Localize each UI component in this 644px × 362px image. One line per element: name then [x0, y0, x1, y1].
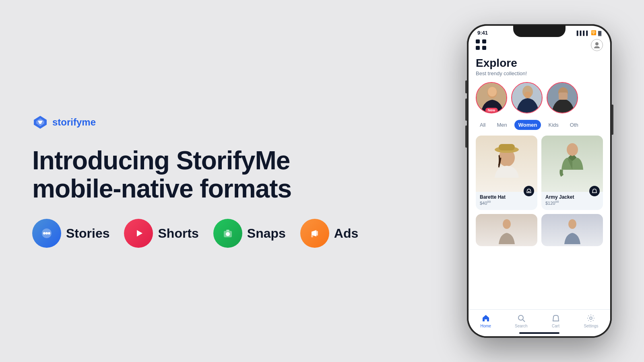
- tab-other[interactable]: Oth: [566, 120, 582, 130]
- svg-point-29: [503, 219, 511, 229]
- phone-frame: 9:41 ▌▌▌▌ 🛜 ▓: [467, 24, 612, 338]
- format-ads: Ads: [300, 219, 358, 248]
- nav-cart-label: Cart: [552, 324, 559, 328]
- stories-icon: [32, 219, 61, 248]
- svg-point-5: [45, 232, 48, 234]
- svg-point-31: [518, 315, 523, 320]
- nav-cart[interactable]: Cart: [551, 314, 560, 328]
- nav-search-label: Search: [515, 324, 528, 328]
- product-card-jacket[interactable]: Army Jacket $12000: [541, 136, 603, 210]
- tab-women[interactable]: Women: [514, 120, 541, 130]
- grid-menu-icon[interactable]: [476, 39, 487, 51]
- story-circle-1[interactable]: New: [476, 82, 507, 113]
- home-indicator: [519, 332, 559, 334]
- svg-line-32: [523, 320, 525, 322]
- svg-point-9: [226, 232, 230, 236]
- product-card-partial-2[interactable]: [541, 214, 603, 246]
- phone-wrapper: 9:41 ▌▌▌▌ 🛜 ▓: [467, 24, 612, 338]
- signal-icon: ▌▌▌▌: [577, 31, 589, 35]
- format-shorts: Shorts: [124, 219, 198, 248]
- ads-label: Ads: [334, 226, 358, 241]
- logo-icon: [32, 114, 48, 130]
- add-to-cart-hat[interactable]: [524, 186, 534, 196]
- logo-text: storifyme: [52, 117, 96, 128]
- svg-rect-25: [499, 144, 515, 150]
- shorts-label: Shorts: [158, 226, 198, 241]
- snaps-icon: [213, 219, 242, 248]
- profile-button[interactable]: [591, 39, 603, 51]
- product-card-hat[interactable]: Barette Hat $4000: [476, 136, 537, 210]
- nav-settings-label: Settings: [584, 324, 598, 328]
- product-hat-price: $4000: [480, 200, 533, 206]
- svg-point-17: [488, 87, 497, 97]
- stories-row: New: [476, 82, 603, 113]
- nav-home-label: Home: [480, 324, 491, 328]
- format-stories: Stories: [32, 219, 109, 248]
- category-tabs: All Men Women Kids Oth: [476, 120, 603, 130]
- wifi-icon: 🛜: [591, 30, 597, 35]
- app-header: [476, 39, 603, 51]
- svg-point-6: [48, 232, 50, 234]
- svg-rect-10: [226, 230, 229, 231]
- status-time: 9:41: [477, 30, 488, 36]
- logo: storifyme: [32, 114, 419, 130]
- ads-icon: [300, 219, 329, 248]
- product-card-partial-1[interactable]: [476, 214, 537, 246]
- shorts-icon: [124, 219, 153, 248]
- nav-home[interactable]: Home: [480, 314, 491, 328]
- product-grid: Barette Hat $4000: [476, 136, 603, 246]
- svg-rect-12: [316, 231, 318, 236]
- add-to-cart-jacket[interactable]: [589, 186, 600, 196]
- stories-label: Stories: [66, 226, 109, 241]
- tab-all[interactable]: All: [476, 120, 489, 130]
- product-jacket-price: $12000: [545, 200, 599, 206]
- svg-rect-13: [311, 235, 313, 237]
- tab-men[interactable]: Men: [493, 120, 511, 130]
- formats-row: Stories Shorts Snaps Ads: [32, 219, 419, 248]
- svg-point-14: [595, 42, 599, 45]
- story-circle-3[interactable]: [547, 82, 578, 113]
- svg-point-28: [567, 143, 578, 156]
- story-new-badge: New: [485, 108, 498, 113]
- product-jacket-image: [541, 136, 603, 192]
- phone-side-btn-power: [612, 105, 613, 135]
- svg-point-30: [568, 219, 576, 229]
- story-circle-2[interactable]: [511, 82, 543, 113]
- tab-kids[interactable]: Kids: [544, 120, 562, 130]
- svg-point-33: [590, 317, 592, 319]
- snaps-label: Snaps: [247, 226, 286, 241]
- status-icons: ▌▌▌▌ 🛜 ▓: [577, 30, 601, 35]
- explore-subtitle: Best trendy collection!: [476, 70, 603, 76]
- svg-marker-7: [137, 230, 142, 237]
- phone-notch: [513, 26, 566, 37]
- right-section: 9:41 ▌▌▌▌ 🛜 ▓: [451, 24, 644, 338]
- product-hat-image: [476, 136, 537, 192]
- headline: Introducing StorifyMe mobile-native form…: [32, 146, 419, 203]
- format-snaps: Snaps: [213, 219, 286, 248]
- explore-title: Explore: [476, 57, 603, 70]
- battery-icon: ▓: [598, 31, 601, 35]
- nav-settings[interactable]: Settings: [584, 314, 598, 328]
- nav-search[interactable]: Search: [515, 314, 528, 328]
- phone-screen: 9:41 ▌▌▌▌ 🛜 ▓: [469, 26, 610, 336]
- svg-point-4: [43, 232, 45, 234]
- app-content: Explore Best trendy collection!: [469, 36, 610, 322]
- svg-rect-22: [559, 93, 568, 100]
- left-section: storifyme Introducing StorifyMe mobile-n…: [0, 90, 451, 272]
